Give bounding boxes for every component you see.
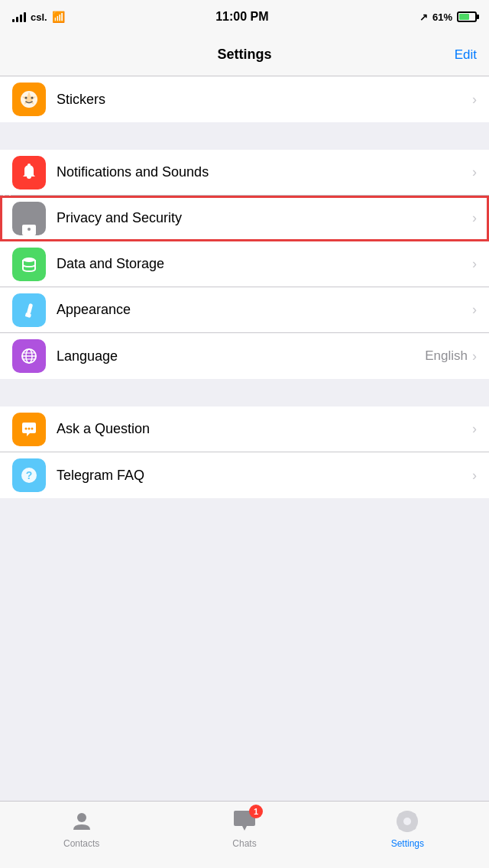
chats-badge: 1 bbox=[249, 805, 263, 818]
language-label: Language bbox=[57, 348, 425, 364]
svg-point-15 bbox=[31, 427, 34, 429]
contacts-label: Contacts bbox=[63, 838, 99, 849]
privacy-icon bbox=[12, 202, 46, 235]
lock-shackle bbox=[3, 189, 11, 196]
status-left: csl. 📶 bbox=[12, 11, 65, 23]
stickers-label: Stickers bbox=[57, 92, 472, 108]
signal-bar-1 bbox=[12, 19, 15, 22]
row-faq[interactable]: ? Telegram FAQ › bbox=[0, 452, 489, 498]
contacts-icon-wrap bbox=[68, 808, 96, 835]
database-svg bbox=[19, 254, 39, 274]
language-value: English bbox=[425, 348, 468, 364]
section-support: Ask a Question › ? Telegram FAQ › bbox=[0, 406, 489, 498]
svg-rect-21 bbox=[406, 811, 409, 814]
lock-shape bbox=[22, 202, 36, 235]
svg-rect-22 bbox=[406, 829, 409, 832]
section-gap-3 bbox=[0, 498, 489, 538]
bell-svg bbox=[19, 163, 39, 183]
tab-contacts[interactable]: Contacts bbox=[0, 808, 163, 849]
section-stickers: Stickers › bbox=[0, 76, 489, 122]
signal-bar-3 bbox=[20, 15, 22, 22]
stickers-chevron: › bbox=[472, 92, 477, 108]
settings-list-2: Notifications and Sounds › Privacy and S… bbox=[0, 150, 489, 379]
stickers-icon bbox=[12, 83, 46, 116]
settings-label: Settings bbox=[391, 838, 424, 849]
battery-indicator bbox=[457, 11, 477, 22]
ask-label: Ask a Question bbox=[57, 421, 472, 437]
privacy-label: Privacy and Security bbox=[57, 210, 472, 226]
battery-label: 61% bbox=[432, 11, 452, 23]
svg-rect-24 bbox=[415, 821, 418, 823]
location-icon: ↗ bbox=[419, 11, 428, 23]
appearance-chevron: › bbox=[472, 302, 477, 318]
ask-icon bbox=[12, 413, 46, 446]
appearance-icon bbox=[12, 293, 46, 327]
signal-bar-4 bbox=[24, 12, 26, 22]
section-gap-2 bbox=[0, 379, 489, 406]
notifications-chevron: › bbox=[472, 164, 477, 180]
appearance-label: Appearance bbox=[57, 302, 472, 318]
tab-bar: Contacts 1 Chats bbox=[0, 801, 489, 868]
notifications-label: Notifications and Sounds bbox=[57, 164, 472, 180]
svg-point-7 bbox=[28, 313, 31, 317]
language-icon bbox=[12, 339, 46, 373]
svg-rect-3 bbox=[28, 164, 31, 166]
settings-tab-icon bbox=[395, 809, 419, 834]
data-icon bbox=[12, 248, 46, 281]
row-privacy[interactable]: Privacy and Security › bbox=[0, 196, 489, 241]
sticker-svg bbox=[18, 89, 40, 110]
brush-svg bbox=[19, 300, 39, 320]
question-svg: ? bbox=[19, 465, 39, 485]
svg-rect-5 bbox=[27, 303, 33, 314]
row-language[interactable]: Language English › bbox=[0, 333, 489, 379]
section-main: Notifications and Sounds › Privacy and S… bbox=[0, 150, 489, 379]
svg-point-13 bbox=[25, 427, 28, 429]
language-chevron: › bbox=[472, 348, 477, 364]
ask-chevron: › bbox=[472, 421, 477, 437]
signal-bar-2 bbox=[16, 17, 18, 22]
row-data[interactable]: Data and Storage › bbox=[0, 241, 489, 287]
section-gap-1 bbox=[0, 122, 489, 150]
row-stickers[interactable]: Stickers › bbox=[0, 76, 489, 122]
faq-label: Telegram FAQ bbox=[57, 468, 472, 484]
row-ask[interactable]: Ask a Question › bbox=[0, 406, 489, 452]
status-bar: csl. 📶 11:00 PM ↗ 61% bbox=[0, 0, 489, 34]
chats-label: Chats bbox=[232, 838, 256, 849]
data-chevron: › bbox=[472, 256, 477, 272]
settings-list-3: Ask a Question › ? Telegram FAQ › bbox=[0, 406, 489, 498]
page-title: Settings bbox=[217, 47, 271, 63]
wifi-icon: 📶 bbox=[52, 11, 65, 23]
tab-chats[interactable]: 1 Chats bbox=[163, 808, 325, 849]
svg-point-1 bbox=[25, 97, 28, 99]
privacy-chevron: › bbox=[472, 210, 477, 226]
data-label: Data and Storage bbox=[57, 256, 472, 272]
svg-point-14 bbox=[28, 427, 31, 429]
settings-icon-wrap bbox=[393, 808, 421, 835]
notifications-icon bbox=[12, 156, 46, 189]
svg-point-20 bbox=[403, 818, 411, 825]
settings-list-1: Stickers › bbox=[0, 76, 489, 122]
status-right: ↗ 61% bbox=[419, 11, 477, 23]
chats-icon-wrap: 1 bbox=[231, 808, 258, 835]
svg-point-4 bbox=[23, 257, 35, 262]
svg-point-18 bbox=[77, 813, 86, 822]
faq-chevron: › bbox=[472, 468, 477, 484]
contacts-icon bbox=[70, 810, 93, 833]
status-time: 11:00 PM bbox=[215, 10, 268, 24]
lock-body bbox=[22, 225, 36, 235]
edit-button[interactable]: Edit bbox=[455, 47, 477, 63]
signal-bars bbox=[12, 11, 26, 22]
row-notifications[interactable]: Notifications and Sounds › bbox=[0, 150, 489, 196]
svg-rect-23 bbox=[397, 821, 400, 823]
tab-settings[interactable]: Settings bbox=[326, 808, 489, 849]
chat-svg bbox=[19, 419, 39, 439]
carrier-label: csl. bbox=[31, 11, 47, 23]
svg-text:?: ? bbox=[26, 469, 33, 481]
svg-point-2 bbox=[31, 97, 34, 99]
faq-icon: ? bbox=[12, 458, 46, 492]
nav-bar: Settings Edit bbox=[0, 34, 489, 76]
globe-svg bbox=[19, 346, 39, 366]
row-appearance[interactable]: Appearance › bbox=[0, 287, 489, 333]
